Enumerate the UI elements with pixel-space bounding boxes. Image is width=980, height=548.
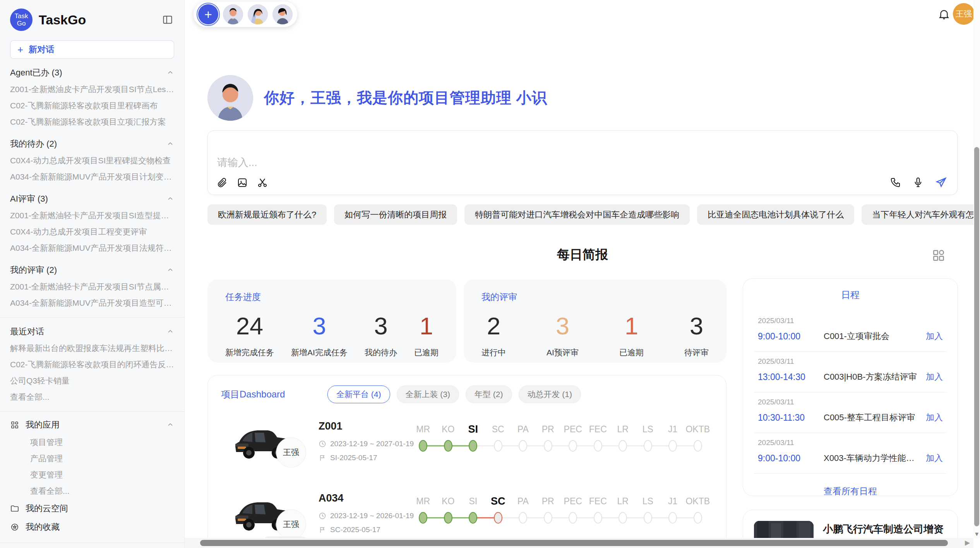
schedule-date: 2025/03/11 [758, 398, 943, 406]
view-all-schedule-link[interactable]: 查看所有日程 [743, 485, 958, 497]
new-chat-button[interactable]: + 新对话 [10, 40, 174, 59]
milestone-label: OKTB [685, 493, 710, 509]
assistant-avatar-1[interactable] [223, 4, 243, 24]
scissors-icon[interactable] [257, 177, 268, 188]
send-icon[interactable] [935, 176, 947, 188]
sidebar-task-item[interactable]: A034-全新新能源MUV产品开发项目法规符合性评审 [10, 240, 174, 256]
join-meeting-link[interactable]: 加入 [926, 412, 943, 423]
suggestion-chip[interactable]: 特朗普可能对进口汽车增税会对中国车企造成哪些影响 [464, 204, 690, 225]
sidebar-task-item[interactable]: A034-全新新能源MUV产品开发项目造型可行性评审 [10, 295, 174, 311]
dashboard-filter-pill[interactable]: 全新上装 (3) [397, 385, 459, 403]
assistant-avatar-3[interactable] [272, 4, 293, 24]
my-apps-list: 项目管理产品管理变更管理查看全部... [10, 434, 174, 499]
sidebar-task-item[interactable]: Z001-全新燃油皮卡产品开发项目SI节点Lesson Learn报告 [10, 81, 174, 98]
sidebar-item-favorites[interactable]: 我的收藏 [10, 518, 174, 536]
app-shortcut-item[interactable]: 项目管理 [10, 434, 174, 450]
divider [0, 543, 184, 543]
stat-label: 已逾期 [414, 347, 439, 358]
horizontal-scrollbar-thumb[interactable] [200, 540, 948, 546]
join-meeting-link[interactable]: 加入 [926, 331, 943, 342]
sidebar-task-item[interactable]: C0X4-动力总成开发项目SI里程碑提交物检查 [10, 152, 174, 169]
milestone-node-future [519, 512, 527, 524]
chevron-up-icon[interactable] [166, 69, 174, 77]
section-label: 我的评审 (2) [10, 264, 57, 276]
phone-icon[interactable] [890, 176, 901, 188]
add-assistant-button[interactable]: + [198, 4, 218, 24]
clock-icon [319, 512, 326, 520]
sidebar-task-item[interactable]: C02-飞腾新能源轻客改款项目里程碑画布 [10, 98, 174, 114]
app-shortcut-item[interactable]: 产品管理 [10, 450, 174, 467]
user-avatar[interactable]: 王强 [953, 3, 975, 25]
paperclip-icon[interactable] [216, 177, 228, 188]
stat-value: 3 [690, 313, 703, 339]
briefing-cards: 任务进度24新增完成任务3新增AI完成任务3我的待办1已逾期我的评审2进行中3A… [207, 279, 726, 363]
schedule-event-title: X003-车辆动力学性能验... [824, 452, 921, 464]
sidebar-item-my-apps[interactable]: 我的应用 [10, 416, 174, 434]
milestone-node-future [644, 440, 652, 452]
suggestion-chip[interactable]: 当下年轻人对汽车外观有怎样的喜好趋势 [862, 204, 980, 225]
app-shortcut-item[interactable]: 变更管理 [10, 467, 174, 483]
chevron-up-icon[interactable] [166, 266, 174, 274]
sidebar-section-header[interactable]: Agent已办 (3) [10, 64, 174, 81]
recent-chat-item[interactable]: 公司Q3轻卡销量 [10, 373, 174, 389]
input-attachment-tools [216, 177, 268, 188]
stat-label: 新增AI完成任务 [291, 347, 348, 358]
sidebar-section-header[interactable]: 我的待办 (2) [10, 135, 174, 152]
sidebar-section-recent[interactable]: 最近对话 [10, 323, 174, 340]
assistant-switcher: + [194, 2, 297, 27]
assistant-avatar-2[interactable] [248, 4, 268, 24]
scroll-right-arrow-icon[interactable]: ▶ [965, 539, 970, 547]
sidebar-section-header[interactable]: 我的评审 (2) [10, 262, 174, 279]
sidebar-task-item[interactable]: Z001-全新燃油轻卡产品开发项目SI造型提交物评审 [10, 207, 174, 224]
vertical-scrollbar-thumb[interactable] [974, 147, 979, 526]
chevron-up-icon[interactable] [166, 140, 174, 148]
sidebar-task-item[interactable]: Z001-全新燃油轻卡产品开发项目SI节点属性5D文件评审 [10, 279, 174, 295]
project-flag-milestone: SC-2025-05-17 [319, 526, 380, 534]
favorites-label: 我的收藏 [26, 521, 60, 533]
project-flag-milestone: SI-2025-05-17 [319, 454, 377, 462]
date-range-text: 2023-12-19 ~ 2027-01-19 [330, 440, 414, 448]
suggestion-chip[interactable]: 欧洲新规最近颁布了什么? [207, 204, 327, 225]
sidebar-task-item[interactable]: C0X4-动力总成开发项目工程变更评审 [10, 224, 174, 240]
chevron-up-icon[interactable] [166, 328, 174, 336]
image-icon[interactable] [236, 177, 248, 188]
scroll-down-arrow-icon[interactable]: ▼ [974, 531, 980, 537]
suggestion-chip[interactable]: 如何写一份清晰的项目周报 [334, 204, 457, 225]
milestone-label: FEC [589, 421, 607, 437]
stat-card-title: 任务进度 [225, 291, 439, 303]
project-name[interactable]: A034 [319, 492, 344, 504]
sidebar-collapse-icon[interactable] [161, 13, 174, 26]
vertical-scrollbar[interactable]: ▼ [973, 0, 980, 538]
join-meeting-link[interactable]: 加入 [926, 452, 943, 464]
layout-grid-icon[interactable] [931, 248, 946, 264]
dashboard-filter-pill[interactable]: 年型 (2) [466, 385, 512, 403]
stat-card: 任务进度24新增完成任务3新增AI完成任务3我的待办1已逾期 [207, 279, 456, 363]
suggestion-chip[interactable]: 比亚迪全固态电池计划具体说了什么 [697, 204, 854, 225]
project-owner-badge: 王强 [276, 437, 306, 468]
sidebar-section-header[interactable]: AI评审 (3) [10, 190, 174, 207]
chat-input-card[interactable]: 请输入... [207, 130, 958, 195]
sidebar-task-item[interactable]: C02-飞腾新能源轻客改款项目立项汇报方案 [10, 114, 174, 130]
sidebar-item-cloud-space[interactable]: 我的云空间 [10, 499, 174, 518]
recent-chat-item[interactable]: C02-飞腾新能源轻客改款项目的闭环通告反馈情况 [10, 356, 174, 373]
recent-chat-item[interactable]: 解释最新出台的欧盟报废车法规再生塑料比例被调至15%... [10, 340, 174, 356]
horizontal-scrollbar[interactable]: ▶ [185, 538, 973, 548]
microphone-icon[interactable] [912, 176, 924, 188]
cloud-space-label: 我的云空间 [26, 503, 68, 514]
project-name[interactable]: Z001 [319, 420, 343, 432]
chevron-up-icon[interactable] [166, 421, 174, 429]
dashboard-filter-active[interactable]: 全新平台 (4) [327, 385, 390, 403]
milestone: MR [411, 493, 436, 526]
chat-input-placeholder[interactable]: 请输入... [217, 156, 257, 170]
notification-bell-icon[interactable] [937, 8, 951, 22]
milestone-node-future [569, 512, 577, 524]
schedule-item: 2025/03/1113:00-14:30C003|H0B-方案冻结评审加入 [743, 352, 958, 392]
view-all-chats-link[interactable]: 查看全部... [10, 389, 174, 405]
chevron-up-icon[interactable] [166, 195, 174, 203]
view-all-apps-link[interactable]: 查看全部... [10, 483, 174, 499]
section-label: AI评审 (3) [10, 193, 48, 205]
milestone-node-done [444, 512, 452, 524]
sidebar-task-item[interactable]: A034-全新新能源MUV产品开发项目计划变更表编写 [10, 169, 174, 185]
join-meeting-link[interactable]: 加入 [926, 371, 943, 383]
dashboard-filter-pill[interactable]: 动总开发 (1) [519, 385, 581, 403]
